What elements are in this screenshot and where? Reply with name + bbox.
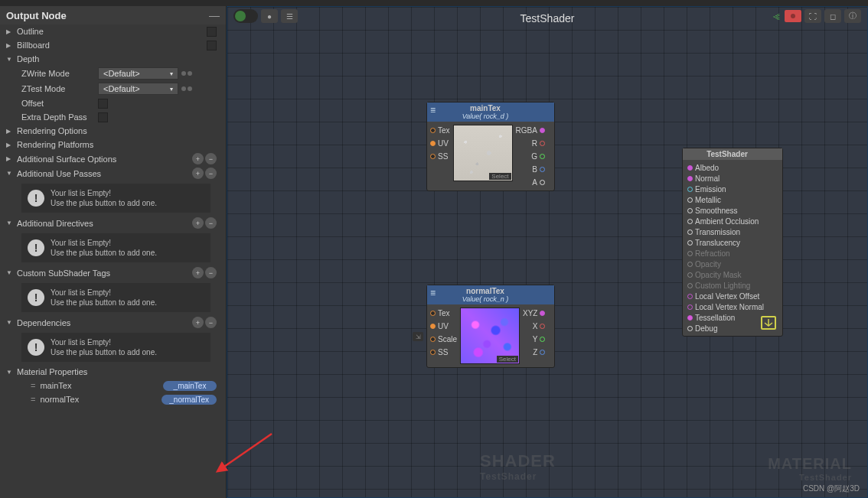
surface-remove-button[interactable]: − (205, 153, 217, 164)
port-transmission[interactable]: Transmission (687, 226, 778, 237)
surface-add-button[interactable]: + (192, 153, 204, 164)
port-r-out[interactable]: R (516, 138, 545, 148)
outline-checkbox[interactable] (207, 27, 217, 37)
live-toggle[interactable] (233, 9, 258, 23)
graph-canvas[interactable]: ● ☰ TestShader ⪡ ⛶ ◻ ⓘ (227, 6, 868, 498)
empty-title: Your list is Empty! (51, 337, 157, 347)
port-uv-in[interactable]: UV (430, 321, 457, 331)
port-tex-in[interactable]: Tex (430, 125, 450, 135)
depth-foldout[interactable]: ▼ Depth (0, 52, 223, 66)
port-xyz-out[interactable]: XYZ (523, 308, 545, 318)
port-custom-lighting[interactable]: Custom Lighting (687, 280, 778, 291)
info-icon[interactable]: ⓘ (844, 9, 861, 23)
material-watermark: MATERIAL TestShader (768, 455, 852, 482)
offset-checkbox[interactable] (98, 99, 108, 109)
port-uv-in[interactable]: UV (430, 138, 450, 148)
camera-icon[interactable] (785, 10, 801, 22)
port-ss-in[interactable]: SS (430, 347, 457, 357)
empty-sub: Use the plus button to add one. (51, 198, 157, 208)
use-passes-add-button[interactable]: + (192, 168, 204, 179)
extradepth-checkbox[interactable] (98, 112, 108, 122)
port-y-out[interactable]: Y (523, 334, 545, 344)
use-passes-remove-button[interactable]: − (205, 168, 217, 179)
shader-watermark: SHADER TestShader (480, 451, 556, 482)
inspector-sidebar: Output Node — ▶ Outline ▶ Billboard ▼ De… (0, 6, 227, 498)
texture-preview-normaltex[interactable]: Select (460, 308, 520, 364)
subshader-add-button[interactable]: + (192, 267, 204, 278)
node-output-title: TestShader (706, 150, 748, 158)
port-normal[interactable]: Normal (687, 173, 778, 184)
port-x-out[interactable]: X (523, 321, 545, 331)
directives-add-button[interactable]: + (192, 217, 204, 229)
prop-maintex-row[interactable]: = mainTex _mainTex (0, 379, 223, 392)
save-icon[interactable] (761, 316, 776, 330)
port-b-out[interactable]: B (516, 164, 545, 174)
node-menu-icon[interactable]: ≡ (430, 288, 436, 298)
dependencies-remove-button[interactable]: − (205, 317, 217, 328)
graph-title: TestShader (520, 12, 575, 24)
port-a-out[interactable]: A (516, 177, 545, 187)
subshader-empty: ! Your list is Empty! Use the plus butto… (21, 283, 210, 312)
focus-icon[interactable]: ⛶ (804, 9, 821, 23)
port-albedo[interactable]: Albedo (687, 162, 778, 173)
port-local-vertex-normal[interactable]: Local Vertex Normal (687, 301, 778, 312)
empty-title: Your list is Empty! (51, 188, 157, 198)
select-button[interactable]: Select (489, 173, 511, 180)
material-props-label: Material Properties (17, 367, 217, 376)
subshader-tags-foldout[interactable]: ▼ Custom SubShader Tags + − (0, 265, 223, 280)
empty-sub: Use the plus button to add one. (51, 347, 157, 357)
list-button[interactable]: ☰ (281, 9, 298, 23)
rendering-options-foldout[interactable]: ▶ Rendering Options (0, 124, 223, 138)
rendering-platforms-foldout[interactable]: ▶ Rendering Platforms (0, 138, 223, 151)
port-g-out[interactable]: G (516, 151, 545, 161)
empty-title: Your list is Empty! (51, 288, 157, 298)
port-tex-in[interactable]: Tex (430, 308, 457, 318)
port-ao[interactable]: Ambient Occlusion (687, 216, 778, 226)
port-local-vertex-offset[interactable]: Local Vertex Offset (687, 291, 778, 301)
use-passes-empty: ! Your list is Empty! Use the plus butto… (21, 184, 210, 213)
select-button[interactable]: Select (497, 356, 518, 363)
subshader-tags-label: Custom SubShader Tags (17, 269, 192, 278)
surface-options-foldout[interactable]: ▶ Additional Surface Options + − (0, 151, 223, 166)
sidebar-title: Output Node (6, 10, 67, 21)
ztest-row: ZTest Mode <Default> ▾ (0, 81, 223, 96)
record-button[interactable]: ● (261, 9, 278, 23)
material-props-foldout[interactable]: ▼ Material Properties (0, 365, 223, 379)
port-smoothness[interactable]: Smoothness (687, 205, 778, 216)
directives-remove-button[interactable]: − (205, 217, 217, 229)
dependencies-foldout[interactable]: ▼ Dependencies + − (0, 315, 223, 330)
dependencies-add-button[interactable]: + (192, 317, 204, 328)
subshader-remove-button[interactable]: − (205, 267, 217, 278)
port-opacity[interactable]: Opacity (687, 259, 778, 269)
fit-icon[interactable]: ◻ (824, 9, 841, 23)
share-icon[interactable]: ⪡ (771, 10, 782, 22)
port-metallic[interactable]: Metallic (687, 194, 778, 205)
node-menu-icon[interactable]: ≡ (430, 105, 436, 116)
prop-maintex-tag: _mainTex (163, 381, 217, 391)
prop-normaltex-row[interactable]: = normalTex _normalTex (0, 392, 223, 406)
billboard-checkbox[interactable] (207, 41, 217, 50)
texture-preview-maintex[interactable]: Select (453, 125, 513, 181)
port-opacity-mask[interactable]: Opacity Mask (687, 269, 778, 280)
use-passes-foldout[interactable]: ▼ Additional Use Passes + − (0, 166, 223, 181)
port-scale-in[interactable]: Scale (430, 334, 457, 344)
port-emission[interactable]: Emission (687, 184, 778, 194)
node-output[interactable]: TestShader Albedo Normal Emission Metall… (682, 148, 783, 337)
empty-title: Your list is Empty! (51, 238, 157, 248)
zwrite-label: ZWrite Mode (21, 69, 98, 78)
zwrite-dropdown[interactable]: <Default> ▾ (98, 67, 178, 80)
billboard-foldout[interactable]: ▶ Billboard (0, 38, 223, 52)
port-rgba-out[interactable]: RGBA (516, 125, 545, 135)
surface-options-label: Additional Surface Options (17, 155, 192, 164)
port-z-out[interactable]: Z (523, 347, 545, 357)
ztest-dropdown[interactable]: <Default> ▾ (98, 83, 178, 95)
port-translucency[interactable]: Translucency (687, 237, 778, 248)
node-normaltex[interactable]: ≡ normalTex Value( rock_n ) Tex UV Scale… (426, 285, 555, 368)
port-ss-in[interactable]: SS (430, 151, 450, 161)
scale-chip[interactable]: ⇲ (413, 332, 423, 341)
node-maintex[interactable]: ≡ mainTex Value( rock_d ) Tex UV SS Sele… (426, 102, 555, 191)
port-refraction[interactable]: Refraction (687, 248, 778, 259)
directives-foldout[interactable]: ▼ Additional Directives + − (0, 216, 223, 230)
outline-foldout[interactable]: ▶ Outline (0, 24, 223, 38)
minimize-icon[interactable]: — (209, 9, 220, 21)
